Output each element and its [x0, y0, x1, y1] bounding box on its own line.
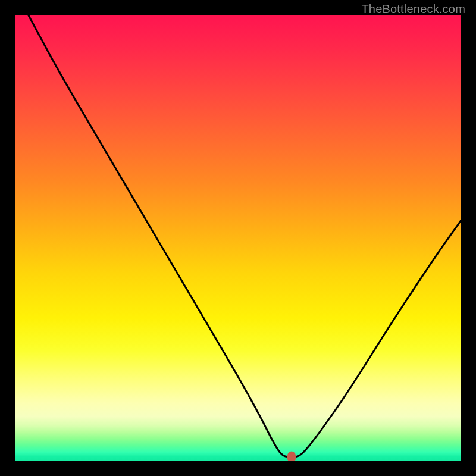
optimal-point-marker — [287, 451, 296, 461]
plot-area — [15, 15, 461, 461]
chart-frame: TheBottleneck.com — [0, 0, 476, 476]
bottleneck-curve — [15, 15, 461, 461]
watermark-text: TheBottleneck.com — [361, 2, 465, 16]
